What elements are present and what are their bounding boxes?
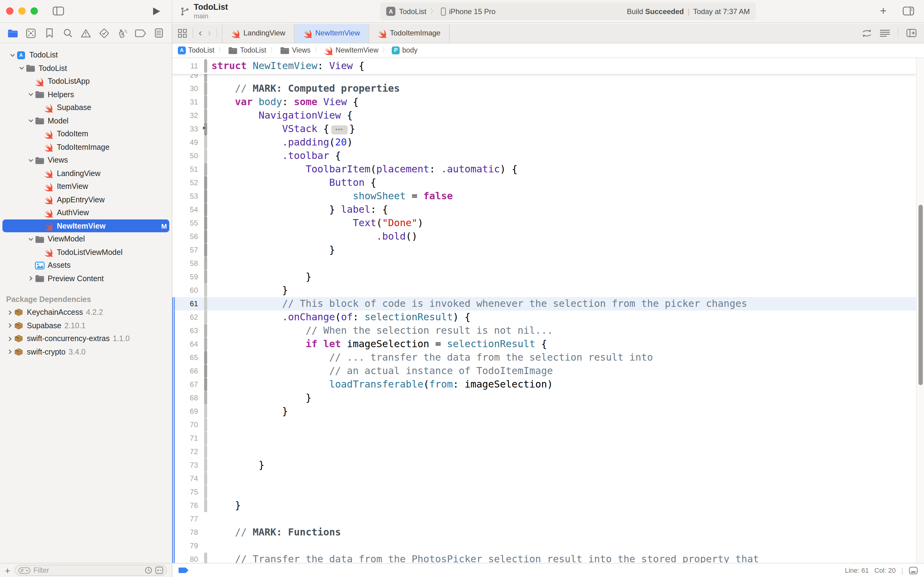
chevron-right-icon[interactable] <box>7 349 13 355</box>
sidebar-item-authview[interactable]: AuthView <box>0 206 172 219</box>
line-number[interactable]: 70 <box>172 420 202 429</box>
code-line-63[interactable]: 63 // When the selection result is not n… <box>172 324 916 337</box>
activity-status-bar[interactable]: A TodoList 〉 iPhone 15 Pro Build Succeed… <box>380 2 756 20</box>
package-item-keychainaccess[interactable]: KeychainAccess4.2.2 <box>0 306 172 319</box>
code-line-62[interactable]: 62 .onChange(of: selectionResult) { <box>172 310 916 324</box>
line-number[interactable]: 71 <box>172 434 202 442</box>
line-number[interactable]: 78 <box>172 528 202 536</box>
find-icon[interactable] <box>60 26 76 40</box>
editor-options-icon[interactable] <box>880 29 890 37</box>
line-number[interactable]: 54 <box>172 205 202 214</box>
line-number[interactable]: 57 <box>172 245 202 254</box>
chevron-right-icon[interactable] <box>28 276 33 282</box>
code-line-32[interactable]: 32 NavigationView { <box>172 108 916 122</box>
line-number[interactable]: 76 <box>172 501 202 509</box>
line-number[interactable]: 74 <box>172 474 202 483</box>
line-number[interactable]: 62 <box>172 313 202 321</box>
close-window-button[interactable] <box>6 8 13 15</box>
scrollbar-thumb[interactable] <box>919 205 923 385</box>
line-number[interactable]: 59 <box>172 272 202 281</box>
sidebar-item-todoitemimage[interactable]: TodoItemImage <box>0 140 172 154</box>
code-line-53[interactable]: 53 showSheet = false <box>172 189 916 203</box>
breadcrumb-item-todolist[interactable]: ATodoList <box>178 47 214 55</box>
code-line-70[interactable]: 70 <box>172 418 916 431</box>
run-destination[interactable]: iPhone 15 Pro <box>449 7 495 16</box>
code-line-75[interactable]: 75 <box>172 485 916 498</box>
line-number[interactable]: 66 <box>172 366 202 375</box>
run-button[interactable] <box>152 7 161 16</box>
minimap-toggle-icon[interactable] <box>909 566 918 574</box>
swap-editor-icon[interactable] <box>862 29 872 37</box>
source-editor[interactable]: 2930 // MARK: Computed properties31 var … <box>172 58 924 563</box>
line-number[interactable]: 67 <box>172 380 202 388</box>
bookmarks-icon[interactable] <box>42 26 58 40</box>
code-line-71[interactable]: 71 <box>172 431 916 445</box>
sidebar-item-views[interactable]: Views <box>0 154 172 167</box>
sidebar-item-itemview[interactable]: ItemView <box>0 180 172 193</box>
scheme-name[interactable]: TodoList <box>399 7 426 16</box>
filter-field[interactable]: Filter <box>14 565 167 576</box>
go-forward-icon[interactable]: › <box>208 27 211 39</box>
project-navigator-icon[interactable] <box>5 26 21 40</box>
breadcrumb-item-body[interactable]: Pbody <box>392 47 418 55</box>
line-number[interactable]: 69 <box>172 407 202 415</box>
line-number[interactable]: 63 <box>172 326 202 335</box>
go-back-icon[interactable]: ‹ <box>199 27 202 39</box>
code-line-80[interactable]: 80 // Transfer the data from the PhotosP… <box>172 552 916 563</box>
package-item-supabase[interactable]: Supabase2.10.1 <box>0 319 172 332</box>
line-number[interactable]: 49 <box>172 138 202 147</box>
sidebar-item-helpers[interactable]: Helpers <box>0 88 172 101</box>
code-line-60[interactable]: 60 } <box>172 283 916 297</box>
code-line-77[interactable]: 77 <box>172 512 916 525</box>
code-line-55[interactable]: 55 Text("Done") <box>172 216 916 229</box>
code-line-76[interactable]: 76 } <box>172 498 916 512</box>
code-line-33[interactable]: 33▸ VStack {•••} <box>172 122 916 135</box>
code-line-69[interactable]: 69 } <box>172 405 916 418</box>
code-line-67[interactable]: 67 loadTransferable(from: imageSelection… <box>172 377 916 391</box>
code-line-58[interactable]: 58 <box>172 256 916 270</box>
code-line-56[interactable]: 56 .bold() <box>172 229 916 243</box>
code-line-74[interactable]: 74 <box>172 472 916 485</box>
editor-tab-landingview[interactable]: LandingView <box>222 24 295 42</box>
line-number[interactable]: 51 <box>172 165 202 173</box>
sidebar-item-assets[interactable]: Assets <box>0 259 172 272</box>
line-number[interactable]: 55 <box>172 219 202 227</box>
chevron-right-icon[interactable] <box>7 336 13 342</box>
chevron-down-icon[interactable] <box>28 158 33 163</box>
filter-scope-icon[interactable] <box>155 567 163 574</box>
sidebar-item-todoitem[interactable]: TodoItem <box>0 127 172 140</box>
add-icon[interactable]: + <box>880 5 887 18</box>
sidebar-item-appentryview[interactable]: AppEntryView <box>0 193 172 206</box>
code-line-66[interactable]: 66 // an actual instance of TodoItemImag… <box>172 364 916 377</box>
code-line-57[interactable]: 57 } <box>172 243 916 256</box>
sidebar-item-newitemview[interactable]: NewItemViewM <box>0 219 172 232</box>
sidebar-item-viewmodel[interactable]: ViewModel <box>0 232 172 246</box>
code-line-54[interactable]: 54 } label: { <box>172 203 916 216</box>
line-number[interactable]: 77 <box>172 514 202 523</box>
line-number[interactable]: 50 <box>172 151 202 160</box>
sidebar-item-todolist[interactable]: ATodoList <box>0 48 172 62</box>
line-number[interactable]: 60 <box>172 286 202 294</box>
inspector-toggle-icon[interactable] <box>903 6 914 16</box>
line-number[interactable]: 79 <box>172 541 202 550</box>
add-editor-icon[interactable] <box>906 29 917 37</box>
line-number[interactable]: 73 <box>172 461 202 469</box>
project-title-group[interactable]: TodoList main <box>180 3 228 19</box>
package-item-swift-crypto[interactable]: swift-crypto3.4.0 <box>0 345 172 358</box>
chevron-down-icon[interactable] <box>10 53 15 58</box>
code-line-49[interactable]: 49 .padding(20) <box>172 135 916 149</box>
chevron-right-icon[interactable] <box>7 310 13 315</box>
code-line-50[interactable]: 50 .toolbar { <box>172 149 916 162</box>
chevron-down-icon[interactable] <box>19 66 24 71</box>
breadcrumb-item-todolist[interactable]: TodoList <box>228 47 266 55</box>
sidebar-item-todolistapp[interactable]: TodoListApp <box>0 75 172 88</box>
sidebar-item-preview-content[interactable]: Preview Content <box>0 272 172 285</box>
breakpoint-indicator-icon[interactable] <box>179 567 189 574</box>
add-file-button[interactable]: + <box>5 565 10 575</box>
line-number[interactable]: 61 <box>172 299 202 308</box>
code-line-64[interactable]: 64 if let imageSelection = selectionResu… <box>172 337 916 351</box>
debug-icon[interactable] <box>114 26 130 40</box>
line-number[interactable]: 56 <box>172 232 202 240</box>
chevron-down-icon[interactable] <box>28 118 33 124</box>
code-line-31[interactable]: 31 var body: some View { <box>172 95 916 108</box>
